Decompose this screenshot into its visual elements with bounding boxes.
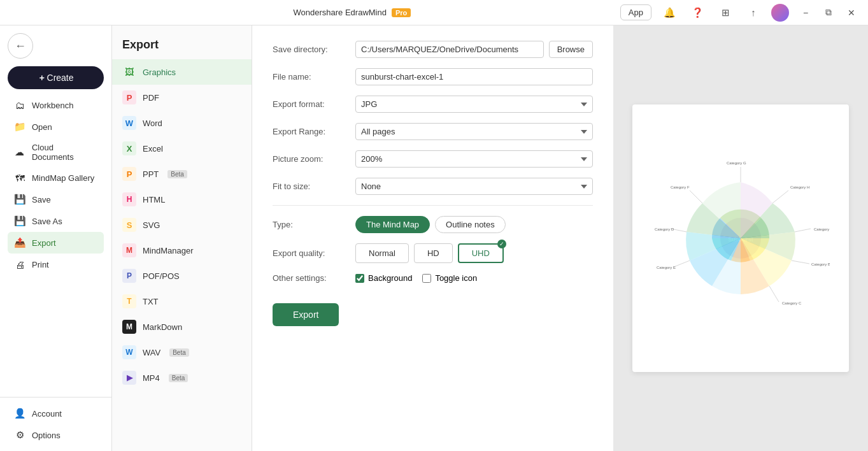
account-icon: 👤 <box>14 408 25 419</box>
export-item-svg[interactable]: S SVG <box>112 212 252 238</box>
svg-text:Category G: Category G <box>727 161 746 165</box>
sidebar-item-open[interactable]: 📁 Open <box>8 116 104 138</box>
toggle-icon-checkbox-item[interactable]: Toggle icon <box>422 273 477 283</box>
sidebar-item-workbench[interactable]: 🗂 Workbench <box>8 94 104 116</box>
share-icon[interactable]: ↑ <box>743 3 764 23</box>
preview-card: Sunburst <box>632 104 849 372</box>
svg-line-4 <box>769 286 779 302</box>
txt-icon: T <box>122 294 136 308</box>
picture-zoom-row: Picture zoom: 200% 100% 150% 300% <box>273 150 593 168</box>
quality-normal-button[interactable]: Normal <box>355 243 409 263</box>
background-checkbox-item[interactable]: Background <box>355 273 412 283</box>
markdown-icon: M <box>122 320 136 334</box>
export-item-mindmanager[interactable]: M MindManager <box>112 238 252 263</box>
wav-icon: W <box>122 345 136 359</box>
options-icon: ⚙ <box>14 429 25 441</box>
sidebar-item-account[interactable]: 👤 Account <box>8 403 104 424</box>
quality-uhd-button[interactable]: UHD <box>458 243 504 263</box>
sidebar-item-cloud[interactable]: ☁ Cloud Documents <box>8 138 104 167</box>
export-item-excel[interactable]: X Excel <box>112 136 252 161</box>
export-item-graphics[interactable]: 🖼 Graphics <box>112 59 252 85</box>
maximize-button[interactable]: ⧉ <box>820 4 837 22</box>
type-row: Type: The Mind Map Outline notes <box>273 216 593 233</box>
svg-text:Category B: Category B <box>811 262 830 266</box>
app-title: Wondershare EdrawMind <box>294 8 387 17</box>
svg-text:Category F: Category F <box>671 185 690 189</box>
print-icon: 🖨 <box>14 259 25 270</box>
export-item-label: Graphics <box>143 68 176 77</box>
open-icon: 📁 <box>14 121 25 132</box>
export-type-panel: Export 🖼 Graphics P PDF W Word X Excel P… <box>112 25 252 451</box>
export-item-pof[interactable]: P POF/POS <box>112 263 252 289</box>
export-item-txt[interactable]: T TXT <box>112 289 252 314</box>
window-controls: − ⧉ ✕ <box>797 4 860 22</box>
export-format-select[interactable]: JPG PNG BMP SVG <box>355 96 593 113</box>
html-icon: H <box>122 192 136 206</box>
sidebar-item-save-as[interactable]: 💾 Save As <box>8 210 104 232</box>
sidebar-item-mindmap-gallery[interactable]: 🗺 MindMap Gallery <box>8 167 104 189</box>
export-item-wav[interactable]: W WAV Beta <box>112 340 252 365</box>
picture-zoom-select[interactable]: 200% 100% 150% 300% <box>355 150 593 168</box>
file-name-input[interactable] <box>355 68 593 85</box>
export-item-html[interactable]: H HTML <box>112 187 252 212</box>
sidebar-item-export[interactable]: 📤 Export <box>8 232 104 254</box>
sidebar-item-save[interactable]: 💾 Save <box>8 189 104 210</box>
type-mind-map-button[interactable]: The Mind Map <box>355 216 430 233</box>
export-range-row: Export Range: All pages Current page <box>273 123 593 140</box>
export-range-label: Export Range: <box>273 127 355 136</box>
sidebar-item-label: Open <box>32 122 52 132</box>
save-directory-input[interactable] <box>355 41 544 58</box>
fit-to-size-select[interactable]: None A4 A3 Letter <box>355 178 593 195</box>
mindmanager-icon: M <box>122 243 136 257</box>
svg-text:Category H: Category H <box>790 185 809 189</box>
other-settings-control: Background Toggle icon <box>355 273 593 283</box>
save-as-icon: 💾 <box>14 215 25 227</box>
export-item-label: POF/POS <box>143 271 180 281</box>
fit-to-size-label: Fit to size: <box>273 182 355 191</box>
quality-hd-button[interactable]: HD <box>414 243 453 263</box>
sidebar-item-label: Save <box>32 195 51 204</box>
help-icon[interactable]: ❓ <box>687 3 708 23</box>
browse-button[interactable]: Browse <box>549 41 593 58</box>
export-item-mp4[interactable]: ▶ MP4 Beta <box>112 365 252 390</box>
sidebar-item-options[interactable]: ⚙ Options <box>8 424 104 446</box>
background-checkbox[interactable] <box>355 274 364 283</box>
file-name-control <box>355 68 593 85</box>
export-button-row: Export <box>273 293 593 326</box>
export-item-word[interactable]: W Word <box>112 110 252 136</box>
export-form: Save directory: Browse File name: Export… <box>252 25 613 451</box>
create-button[interactable]: ＋ + Create <box>8 66 104 89</box>
export-format-control: JPG PNG BMP SVG <box>355 96 593 113</box>
minimize-button[interactable]: − <box>797 4 815 22</box>
export-item-pdf[interactable]: P PDF <box>112 85 252 110</box>
export-item-label: Excel <box>143 144 163 154</box>
export-item-markdown[interactable]: M MarkDown <box>112 314 252 340</box>
type-outline-notes-button[interactable]: Outline notes <box>435 216 506 233</box>
app-button[interactable]: App <box>620 4 651 20</box>
close-button[interactable]: ✕ <box>843 4 860 22</box>
type-control: The Mind Map Outline notes <box>355 216 593 233</box>
export-range-select[interactable]: All pages Current page <box>355 123 593 140</box>
back-button[interactable]: ← <box>8 33 33 59</box>
export-quality-control: Normal HD UHD <box>355 243 593 263</box>
ppt-beta-badge: Beta <box>167 170 187 178</box>
type-group: The Mind Map Outline notes <box>355 216 506 233</box>
pdf-icon: P <box>122 90 136 104</box>
svg-text:Category A: Category A <box>814 227 830 231</box>
sunburst-chart: Sunburst <box>651 149 830 327</box>
notification-icon[interactable]: 🔔 <box>659 3 679 23</box>
background-label: Background <box>368 273 412 283</box>
sidebar-item-label: Cloud Documents <box>32 143 97 162</box>
export-item-label: MarkDown <box>143 322 182 332</box>
picture-zoom-control: 200% 100% 150% 300% <box>355 150 593 168</box>
export-item-label: MindManager <box>143 246 194 255</box>
toggle-icon-checkbox[interactable] <box>422 274 431 283</box>
sidebar-item-print[interactable]: 🖨 Print <box>8 254 104 275</box>
export-item-ppt[interactable]: P PPT Beta <box>112 161 252 187</box>
fit-to-size-control: None A4 A3 Letter <box>355 178 593 195</box>
pro-badge: Pro <box>392 8 411 17</box>
sidebar-item-label: Account <box>32 409 62 419</box>
avatar[interactable] <box>771 4 789 22</box>
export-button[interactable]: Export <box>273 303 339 326</box>
grid-icon[interactable]: ⊞ <box>715 3 736 23</box>
